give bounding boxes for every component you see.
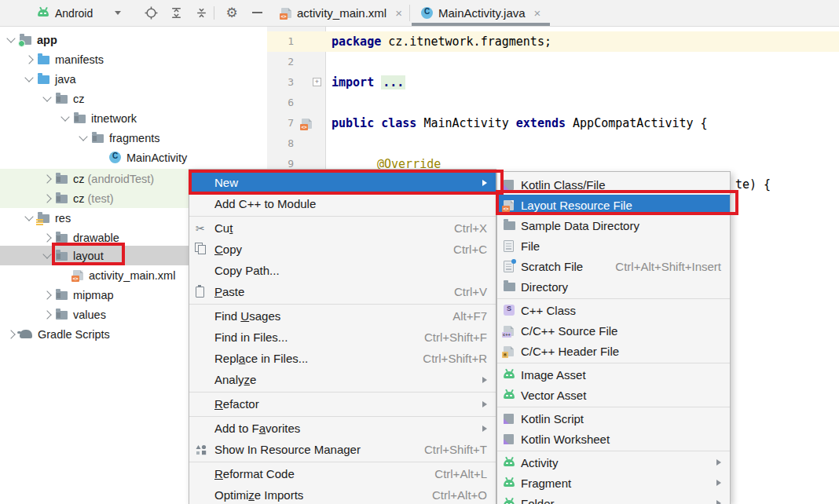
tree-row-fragments[interactable]: fragments (0, 128, 267, 148)
menu-item-optimize-imports[interactable]: Optimize Imports Ctrl+Alt+O (189, 484, 496, 504)
chevron-expanded-icon[interactable] (42, 93, 51, 101)
submenu-item-kotlin-script[interactable]: Kotlin Script (497, 408, 730, 429)
chevron-expanded-icon[interactable] (24, 212, 33, 221)
tab-label: MainActivity.java (438, 6, 526, 20)
submenu-arrow-icon (716, 500, 721, 504)
submenu-item-file[interactable]: File (497, 236, 730, 256)
submenu-item-sample-data-directory[interactable]: Sample Data Directory (497, 215, 730, 236)
code-line: import ... (332, 72, 405, 93)
submenu-item-kotlin-worksheet[interactable]: Kotlin Worksheet (497, 429, 730, 449)
tree-row-cz[interactable]: cz (0, 89, 267, 108)
tree-row-java[interactable]: java (0, 69, 267, 89)
menu-item-paste[interactable]: Paste Ctrl+V (189, 281, 496, 302)
hide-panel-icon[interactable] (247, 3, 266, 22)
chevron-collapsed-icon[interactable] (6, 330, 15, 338)
submenu-item-cpp-source-file[interactable]: C/C++ Source File (497, 320, 730, 341)
chevron-collapsed-icon[interactable] (42, 194, 51, 203)
res-folder-icon (38, 214, 49, 223)
chevron-expanded-icon[interactable] (6, 34, 15, 42)
menu-item-find-in-files[interactable]: Find in Files... Ctrl+Shift+F (189, 327, 496, 348)
package-folder-icon (56, 95, 68, 104)
menu-item-analyze[interactable]: Analyze (189, 369, 496, 390)
close-icon[interactable]: × (395, 6, 402, 20)
tree-row-itnetwork[interactable]: itnetwork (0, 108, 267, 128)
menu-item-replace-in-files[interactable]: Replace in Files... Ctrl+Shift+R (189, 348, 496, 369)
toolbar-divider (214, 6, 214, 20)
tab-divider (409, 5, 410, 21)
code-line-fragment: te) { (735, 174, 771, 195)
expand-all-icon[interactable] (167, 3, 185, 22)
tab-activity-main-xml[interactable]: activity_main.xml × (272, 0, 412, 26)
close-icon[interactable]: × (534, 6, 541, 20)
android-icon (504, 459, 515, 466)
submenu-item-folder[interactable]: Folder (497, 493, 730, 504)
submenu-item-cpp-header-file[interactable]: C/C++ Header File (497, 341, 730, 361)
submenu-item-scratch-file[interactable]: Scratch File Ctrl+Alt+Shift+Insert (497, 256, 730, 276)
menu-item-cut[interactable]: ✂ Cut Ctrl+X (189, 217, 496, 239)
cpp-source-file-icon (504, 326, 514, 336)
settings-gear-icon[interactable]: ⚙ (222, 3, 241, 22)
tree-row-manifests[interactable]: manifests (0, 49, 267, 69)
tree-label: cz (73, 93, 85, 105)
submenu-item-activity[interactable]: Activity (497, 452, 730, 473)
menu-separator (189, 462, 496, 462)
cpp-header-file-icon (504, 346, 514, 356)
menu-item-refactor[interactable]: Refactor (189, 393, 496, 415)
chevron-expanded-icon[interactable] (24, 73, 33, 82)
chevron-expanded-icon[interactable] (79, 132, 87, 141)
menu-item-find-usages[interactable]: Find Usages Alt+F7 (189, 305, 496, 327)
submenu-item-vector-asset[interactable]: Vector Asset (497, 385, 730, 405)
submenu-arrow-icon (482, 180, 487, 186)
collapse-all-icon[interactable] (192, 3, 211, 22)
tree-label: cz (androidTest) (73, 173, 154, 185)
menu-item-reformat-code[interactable]: Reformat Code Ctrl+Alt+L (189, 463, 496, 484)
chevron-expanded-icon[interactable] (42, 250, 51, 258)
android-icon (504, 392, 515, 399)
menu-item-new[interactable]: New (189, 172, 496, 193)
related-layout-file-icon[interactable] (302, 119, 312, 129)
chevron-spacer (62, 272, 68, 278)
submenu-item-fragment[interactable]: Fragment (497, 473, 730, 493)
tab-mainactivity-java[interactable]: MainActivity.java × (412, 0, 550, 26)
submenu-arrow-icon (482, 401, 487, 407)
menu-item-add-to-favorites[interactable]: Add to Favorites (189, 418, 496, 439)
project-view-selector[interactable]: Android (55, 5, 93, 21)
menu-item-copy-path[interactable]: Copy Path... (189, 260, 496, 281)
submenu-item-layout-resource-file[interactable]: Layout Resource File (497, 195, 730, 215)
code-line: public class MainActivity extends AppCom… (332, 113, 708, 133)
package-folder-icon (56, 195, 68, 203)
menu-item-add-cpp-to-module[interactable]: Add C++ to Module (189, 193, 496, 214)
submenu-arrow-icon (716, 459, 721, 466)
submenu-arrow-icon (716, 480, 721, 486)
chevron-collapsed-icon[interactable] (42, 233, 51, 242)
tree-label: Gradle Scripts (38, 328, 110, 341)
menu-item-show-in-resource-manager[interactable]: Show In Resource Manager Ctrl+Shift+T (189, 439, 496, 460)
chevron-collapsed-icon[interactable] (42, 290, 51, 299)
fold-expand-icon[interactable] (313, 78, 321, 86)
submenu-item-kotlin-class-file[interactable]: Kotlin Class/File (497, 174, 730, 195)
menu-item-copy[interactable]: Copy Ctrl+C (189, 239, 496, 260)
chevron-down-icon[interactable] (115, 11, 121, 15)
tree-label: mipmap (73, 289, 114, 301)
menu-separator (189, 416, 496, 417)
locate-file-icon[interactable] (141, 3, 160, 22)
line-number: 3 (267, 72, 294, 93)
submenu-item-directory[interactable]: Directory (497, 276, 730, 297)
chevron-collapsed-icon[interactable] (24, 55, 33, 64)
tree-row-app[interactable]: app (0, 30, 267, 49)
folded-imports[interactable]: ... (381, 75, 405, 89)
chevron-collapsed-icon[interactable] (42, 174, 51, 183)
tree-row-mainactivity[interactable]: MainActivity (0, 148, 267, 167)
menu-separator (189, 304, 496, 305)
java-class-icon (421, 7, 433, 19)
submenu-arrow-icon (482, 377, 487, 383)
submenu-item-cpp-class[interactable]: C++ Class (497, 300, 730, 320)
copy-icon (198, 245, 206, 254)
blue-folder-icon (38, 75, 49, 84)
resource-manager-icon (196, 444, 207, 455)
package-folder-icon (56, 234, 68, 243)
chevron-collapsed-icon[interactable] (42, 310, 51, 319)
tree-label: java (55, 73, 76, 86)
submenu-item-image-asset[interactable]: Image Asset (497, 364, 730, 385)
chevron-expanded-icon[interactable] (60, 112, 69, 121)
